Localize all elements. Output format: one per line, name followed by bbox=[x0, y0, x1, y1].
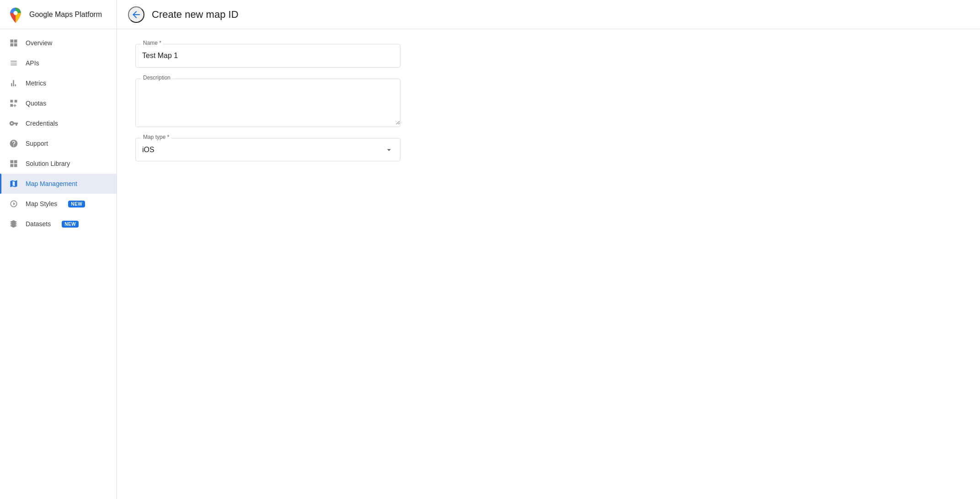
name-field-container: Name * bbox=[135, 44, 400, 68]
description-form-group: Description bbox=[135, 79, 400, 127]
sidebar-nav: Overview APIs Metrics Quotas bbox=[0, 29, 117, 499]
svg-point-0 bbox=[14, 11, 18, 15]
name-form-group: Name * bbox=[135, 44, 400, 68]
map-styles-badge: NEW bbox=[68, 201, 85, 207]
top-bar: Create new map ID bbox=[117, 0, 980, 29]
sidebar: Google Maps Platform Overview APIs Metri… bbox=[0, 0, 117, 499]
map-styles-icon bbox=[9, 199, 18, 208]
sidebar-item-support[interactable]: Support bbox=[0, 133, 117, 154]
sidebar-item-quotas[interactable]: Quotas bbox=[0, 93, 117, 113]
sidebar-item-quotas-label: Quotas bbox=[26, 100, 46, 107]
sidebar-item-datasets[interactable]: Datasets NEW bbox=[0, 214, 117, 234]
support-icon bbox=[9, 139, 18, 148]
map-management-icon bbox=[9, 179, 18, 188]
sidebar-item-apis[interactable]: APIs bbox=[0, 53, 117, 73]
main-content: Create new map ID Name * Description Map… bbox=[117, 0, 980, 499]
sidebar-item-datasets-label: Datasets bbox=[26, 220, 51, 228]
google-maps-logo-icon bbox=[7, 6, 24, 23]
description-textarea[interactable] bbox=[136, 79, 400, 125]
sidebar-item-overview[interactable]: Overview bbox=[0, 33, 117, 53]
solution-library-icon bbox=[9, 159, 18, 168]
svg-rect-2 bbox=[15, 100, 17, 103]
credentials-icon bbox=[9, 119, 18, 128]
sidebar-item-apis-label: APIs bbox=[26, 59, 39, 67]
name-input[interactable] bbox=[136, 44, 400, 67]
sidebar-item-solution-library[interactable]: Solution Library bbox=[0, 154, 117, 174]
back-arrow-icon bbox=[131, 9, 142, 20]
apis-icon bbox=[9, 58, 18, 68]
sidebar-title: Google Maps Platform bbox=[29, 10, 102, 19]
sidebar-item-overview-label: Overview bbox=[26, 39, 52, 47]
back-button[interactable] bbox=[128, 6, 144, 23]
map-type-form-group: Map type * JavaScript Android iOS bbox=[135, 138, 400, 161]
form-area: Name * Description Map type * JavaScript… bbox=[117, 29, 980, 499]
overview-icon bbox=[9, 38, 18, 48]
datasets-badge: NEW bbox=[62, 221, 79, 228]
sidebar-item-map-management[interactable]: Map Management bbox=[0, 174, 117, 194]
svg-rect-3 bbox=[11, 104, 13, 107]
sidebar-item-map-styles-label: Map Styles bbox=[26, 200, 57, 207]
page-title: Create new map ID bbox=[152, 9, 239, 21]
sidebar-item-solution-library-label: Solution Library bbox=[26, 160, 70, 167]
sidebar-item-map-styles[interactable]: Map Styles NEW bbox=[0, 194, 117, 214]
datasets-icon bbox=[9, 219, 18, 228]
description-field-container: Description bbox=[135, 79, 400, 127]
map-type-select[interactable]: JavaScript Android iOS bbox=[136, 138, 400, 161]
svg-rect-1 bbox=[11, 100, 13, 103]
sidebar-item-metrics[interactable]: Metrics bbox=[0, 73, 117, 93]
sidebar-item-credentials-label: Credentials bbox=[26, 120, 58, 127]
map-type-field-container: Map type * JavaScript Android iOS bbox=[135, 138, 400, 161]
quotas-icon bbox=[9, 99, 18, 108]
sidebar-item-credentials[interactable]: Credentials bbox=[0, 113, 117, 133]
sidebar-item-support-label: Support bbox=[26, 140, 48, 147]
sidebar-item-map-management-label: Map Management bbox=[26, 180, 77, 187]
sidebar-item-metrics-label: Metrics bbox=[26, 80, 46, 87]
map-type-select-wrapper: JavaScript Android iOS bbox=[136, 138, 400, 161]
sidebar-header: Google Maps Platform bbox=[0, 0, 117, 29]
metrics-icon bbox=[9, 79, 18, 88]
